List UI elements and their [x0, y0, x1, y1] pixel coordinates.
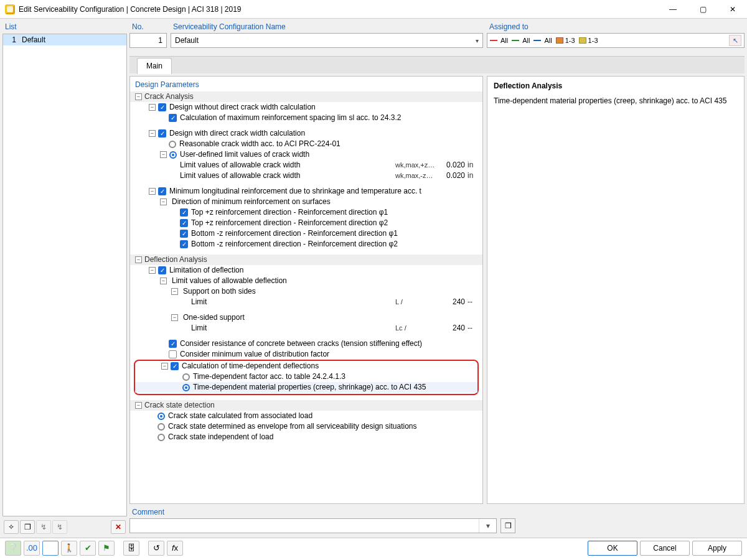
radio[interactable]: [157, 423, 165, 431]
delete-button[interactable]: ✕: [111, 520, 126, 534]
radio[interactable]: [157, 413, 165, 420]
window-buttons: — ▢ ✕: [664, 5, 742, 14]
highlight-box: −✓Calculation of time-dependent deflecti…: [134, 360, 479, 395]
app-icon: [5, 4, 15, 14]
checkbox[interactable]: ✓: [180, 219, 188, 227]
surface-set-icon: [579, 37, 586, 44]
radio[interactable]: [169, 141, 176, 148]
help-panel: Deflection Analysis Time-dependent mater…: [487, 76, 745, 504]
comment-aux-button[interactable]: ❐: [500, 518, 515, 533]
collapse-icon[interactable]: −: [160, 278, 167, 284]
chevron-down-icon[interactable]: ▾: [476, 37, 479, 44]
collapse-icon[interactable]: −: [160, 151, 167, 158]
parameter-tree[interactable]: −Crack Analysis −✓Design without direct …: [130, 91, 482, 503]
tool-a-button[interactable]: ↯: [36, 520, 51, 534]
new-button[interactable]: ✧: [4, 520, 19, 534]
pick-button[interactable]: ↖: [729, 35, 741, 46]
checkbox[interactable]: ✓: [169, 114, 177, 122]
collapse-icon[interactable]: −: [161, 363, 168, 370]
person-icon[interactable]: 🚶: [61, 541, 77, 556]
list-item-index: 1: [3, 35, 19, 44]
radio[interactable]: [182, 373, 190, 381]
collapse-icon[interactable]: −: [149, 130, 156, 137]
checkbox[interactable]: ✓: [180, 230, 188, 238]
collapse-icon[interactable]: −: [149, 267, 156, 274]
checkbox[interactable]: ✓: [158, 103, 166, 111]
list-toolbar: ✧ ❐ ↯ ↯ ✕: [2, 519, 127, 535]
close-button[interactable]: ✕: [723, 5, 742, 14]
radio[interactable]: [182, 384, 190, 391]
config-name-value: Default: [175, 36, 199, 45]
help-title: Deflection Analysis: [494, 82, 738, 90]
radio[interactable]: [169, 151, 177, 159]
checkbox[interactable]: ✓: [158, 129, 166, 138]
checkbox[interactable]: ✓: [171, 362, 179, 370]
value-cell[interactable]: 240: [439, 324, 465, 333]
maximize-button[interactable]: ▢: [693, 5, 712, 14]
view-icon[interactable]: [42, 541, 59, 556]
value-cell[interactable]: 0.020: [439, 171, 465, 180]
comment-input[interactable]: ▾: [129, 518, 497, 533]
config-list[interactable]: 1 Default: [2, 34, 127, 516]
assigned-label: Assigned to: [487, 21, 745, 33]
checkbox[interactable]: ✓: [180, 240, 188, 248]
footer: ❔ .00 🚶 ✔ ⚑ 🗄 ↺ fx OK Cancel Apply: [0, 538, 747, 558]
value-cell[interactable]: 240: [439, 297, 465, 307]
list-label: List: [2, 21, 127, 34]
window-title: Edit Serviceability Configuration | Conc…: [19, 5, 664, 14]
comment-label: Comment: [129, 506, 515, 518]
apply-button[interactable]: Apply: [692, 541, 742, 556]
no-label: No.: [129, 21, 167, 33]
collapse-icon[interactable]: −: [160, 198, 167, 205]
reset-icon[interactable]: ↺: [148, 541, 164, 556]
chevron-down-icon[interactable]: ▾: [479, 519, 496, 533]
checkbox[interactable]: [169, 350, 177, 358]
section-design-parameters: Design Parameters: [130, 77, 482, 91]
units-icon[interactable]: .00: [24, 541, 40, 556]
no-input[interactable]: 1: [129, 33, 167, 48]
ok-button[interactable]: OK: [588, 541, 637, 556]
value-cell[interactable]: 0.020: [439, 161, 465, 170]
help-body: Time-dependent material properties (cree…: [494, 96, 738, 105]
tab-strip: Main: [129, 56, 745, 73]
collapse-icon[interactable]: −: [149, 104, 156, 111]
config-name-label: Serviceability Configuration Name: [171, 21, 483, 33]
collapse-icon[interactable]: −: [149, 188, 156, 195]
rib-icon: [512, 37, 520, 44]
checkbox[interactable]: ✓: [169, 340, 177, 348]
collapse-icon[interactable]: −: [135, 402, 142, 409]
copy-button[interactable]: ❐: [20, 520, 35, 534]
collapse-icon[interactable]: −: [171, 288, 178, 295]
checkbox[interactable]: ✓: [158, 187, 166, 195]
check-icon[interactable]: ✔: [80, 541, 96, 556]
list-item[interactable]: 1 Default: [3, 34, 126, 45]
member-icon: [490, 37, 499, 44]
titlebar: Edit Serviceability Configuration | Conc…: [0, 0, 747, 19]
assigned-to-field[interactable]: All All All 1-3 1-3 ↖: [487, 33, 745, 48]
collapse-icon[interactable]: −: [135, 93, 142, 100]
tab-main[interactable]: Main: [137, 58, 172, 74]
radio[interactable]: [157, 434, 165, 441]
flag-icon[interactable]: ⚑: [98, 541, 115, 556]
parameters-panel: Design Parameters −Crack Analysis −✓Desi…: [129, 76, 483, 504]
config-name-input[interactable]: Default ▾: [171, 33, 483, 48]
cancel-button[interactable]: Cancel: [640, 541, 690, 556]
db-icon[interactable]: 🗄: [123, 541, 139, 556]
collapse-icon[interactable]: −: [171, 314, 178, 321]
checkbox[interactable]: ✓: [180, 208, 188, 217]
checkbox[interactable]: ✓: [158, 266, 166, 274]
minimize-button[interactable]: —: [664, 5, 682, 14]
surface-icon: [556, 37, 563, 44]
help-icon[interactable]: ❔: [5, 541, 21, 556]
tool-b-button[interactable]: ↯: [52, 520, 67, 534]
collapse-icon[interactable]: −: [135, 256, 142, 263]
set-icon: [533, 37, 542, 44]
list-item-name: Default: [19, 35, 45, 44]
function-icon[interactable]: fx: [167, 541, 183, 556]
